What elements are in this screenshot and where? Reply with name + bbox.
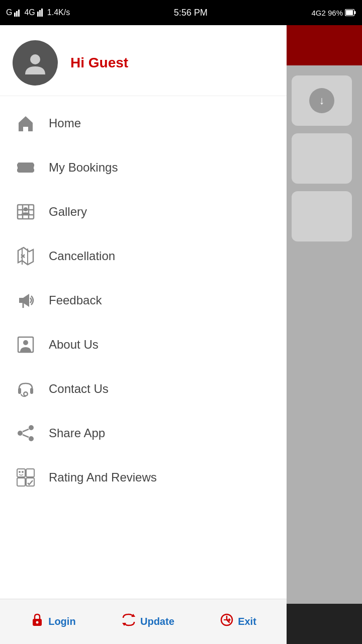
menu-item-cancellation[interactable]: Cancellation bbox=[0, 234, 287, 278]
svg-point-32 bbox=[29, 436, 34, 441]
svg-line-34 bbox=[23, 435, 29, 437]
drawer-overlay: Hi Guest Home bbox=[0, 25, 362, 644]
home-icon bbox=[13, 110, 39, 136]
svg-rect-37 bbox=[17, 478, 25, 486]
drawer-bottom-bar: Login Update bbox=[0, 599, 287, 644]
gallery-icon bbox=[13, 199, 39, 225]
svg-line-33 bbox=[23, 429, 29, 432]
status-bar: G 4G 1.4K/s 5:56 PM 4G2 96% bbox=[0, 0, 362, 25]
cancellation-icon bbox=[13, 243, 39, 269]
about-us-label: About Us bbox=[49, 338, 99, 352]
avatar bbox=[13, 40, 58, 86]
svg-marker-46 bbox=[229, 618, 231, 622]
rating-reviews-label: Rating And Reviews bbox=[49, 470, 157, 485]
rating-icon bbox=[13, 464, 39, 491]
svg-rect-14 bbox=[18, 205, 34, 219]
drawer-header: Hi Guest bbox=[0, 25, 287, 96]
exit-label: Exit bbox=[238, 616, 256, 627]
status-left: G 4G 1.4K/s bbox=[6, 8, 70, 17]
status-right: 4G2 96% bbox=[311, 9, 356, 17]
share-icon bbox=[13, 420, 39, 446]
battery-text: 4G2 96% bbox=[311, 9, 343, 17]
svg-point-39 bbox=[19, 471, 21, 473]
ticket-icon bbox=[13, 154, 39, 181]
svg-point-9 bbox=[30, 54, 40, 64]
menu-item-gallery[interactable]: Gallery bbox=[0, 190, 287, 234]
svg-point-25 bbox=[23, 340, 28, 345]
speed-text: 1.4K/s bbox=[47, 8, 70, 17]
svg-point-30 bbox=[29, 425, 34, 430]
menu-item-my-bookings[interactable]: My Bookings bbox=[0, 145, 287, 190]
update-label: Update bbox=[140, 616, 174, 627]
menu-item-home[interactable]: Home bbox=[0, 101, 287, 145]
exit-icon bbox=[220, 613, 234, 630]
svg-rect-27 bbox=[30, 388, 33, 394]
menu-item-rating-reviews[interactable]: Rating And Reviews bbox=[0, 455, 287, 500]
drawer-menu: Home bbox=[0, 96, 287, 599]
update-icon bbox=[121, 613, 136, 630]
home-label: Home bbox=[49, 116, 81, 130]
status-time: 5:56 PM bbox=[174, 8, 208, 18]
share-app-label: Share App bbox=[49, 426, 105, 440]
menu-item-contact-us[interactable]: Contact Us bbox=[0, 367, 287, 411]
contact-us-label: Contact Us bbox=[49, 382, 109, 396]
svg-point-40 bbox=[22, 471, 24, 473]
menu-item-about-us[interactable]: About Us bbox=[0, 323, 287, 367]
network-4g: 4G bbox=[24, 8, 35, 17]
headset-icon bbox=[13, 376, 39, 402]
lock-icon bbox=[30, 613, 44, 630]
navigation-drawer: Hi Guest Home bbox=[0, 25, 287, 644]
svg-rect-26 bbox=[18, 388, 21, 394]
signal-text: G bbox=[6, 8, 12, 17]
gallery-label: Gallery bbox=[49, 205, 87, 219]
cancellation-label: Cancellation bbox=[49, 249, 115, 263]
svg-rect-1 bbox=[16, 11, 18, 17]
login-button[interactable]: Login bbox=[30, 613, 75, 630]
svg-rect-0 bbox=[14, 13, 16, 17]
greeting-text: Hi Guest bbox=[70, 55, 128, 71]
svg-rect-2 bbox=[18, 10, 20, 17]
svg-rect-3 bbox=[37, 12, 39, 17]
svg-rect-7 bbox=[346, 10, 353, 15]
my-bookings-label: My Bookings bbox=[49, 160, 118, 175]
about-icon bbox=[13, 332, 39, 358]
menu-item-feedback[interactable]: Feedback bbox=[0, 278, 287, 323]
feedback-label: Feedback bbox=[49, 293, 102, 307]
svg-rect-38 bbox=[26, 478, 34, 486]
megaphone-icon bbox=[13, 287, 39, 313]
svg-rect-4 bbox=[39, 10, 41, 17]
svg-point-42 bbox=[36, 621, 39, 624]
update-button[interactable]: Update bbox=[121, 613, 174, 630]
svg-rect-35 bbox=[17, 469, 25, 477]
svg-rect-5 bbox=[41, 9, 43, 17]
exit-button[interactable]: Exit bbox=[220, 613, 256, 630]
svg-point-29 bbox=[25, 393, 27, 395]
menu-item-share-app[interactable]: Share App bbox=[0, 411, 287, 455]
svg-rect-36 bbox=[26, 469, 34, 477]
login-label: Login bbox=[48, 616, 75, 627]
svg-point-19 bbox=[24, 207, 28, 211]
svg-rect-8 bbox=[354, 11, 356, 14]
svg-point-31 bbox=[18, 431, 23, 436]
